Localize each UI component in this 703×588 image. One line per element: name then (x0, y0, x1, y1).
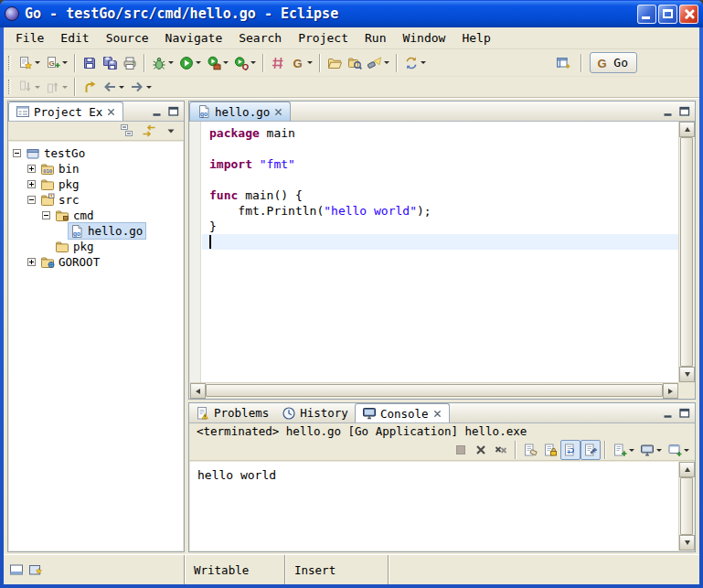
open-perspective-button[interactable] (553, 53, 573, 73)
tab-project-explorer[interactable]: Project Ex (8, 102, 123, 121)
dropdown-arrow-icon[interactable] (384, 61, 389, 64)
menu-window[interactable]: Window (394, 28, 453, 48)
back-button[interactable] (100, 77, 127, 97)
window-maximize-button[interactable] (658, 5, 677, 24)
dropdown-arrow-icon[interactable] (35, 61, 40, 64)
run-button[interactable] (176, 53, 204, 73)
debug-button[interactable] (149, 53, 176, 73)
scroll-left-button[interactable] (190, 383, 206, 399)
collapse-all-button[interactable] (117, 123, 137, 139)
menu-help[interactable]: Help (453, 28, 498, 48)
dropdown-arrow-icon[interactable] (656, 449, 662, 452)
tab-console[interactable]: Console (355, 403, 450, 422)
code-line[interactable]: func main() { (202, 187, 678, 203)
window-close-button[interactable] (679, 5, 698, 24)
code-line[interactable] (202, 172, 678, 187)
remove-all-launches-button[interactable] (491, 440, 511, 460)
save-button[interactable] (80, 53, 100, 73)
go-perspective-button[interactable]: G Go (590, 52, 637, 73)
open-resource-button[interactable] (345, 53, 365, 73)
run-external-button[interactable] (204, 53, 231, 73)
menu-project[interactable]: Project (290, 28, 357, 48)
new-go-element-button[interactable]: G (43, 53, 70, 73)
clear-console-button[interactable] (520, 440, 540, 460)
remove-launch-button[interactable] (471, 440, 491, 460)
menu-navigate[interactable]: Navigate (157, 28, 231, 48)
code-line[interactable]: package main (202, 125, 678, 141)
dropdown-arrow-icon[interactable] (168, 61, 174, 64)
minimize-view-icon[interactable] (661, 406, 676, 421)
view-menu-button[interactable] (161, 123, 181, 139)
tab-hello-go[interactable]: go hello.go (189, 102, 291, 121)
dropdown-arrow-icon[interactable] (119, 86, 124, 89)
menu-source[interactable]: Source (98, 28, 157, 48)
tree-expander-plus[interactable] (27, 180, 36, 188)
word-wrap-button[interactable] (560, 440, 581, 460)
scroll-down-button[interactable] (679, 367, 695, 382)
new-console-view-button[interactable] (665, 440, 692, 460)
tree-item-bin[interactable]: 010bin (9, 161, 183, 176)
menu-run[interactable]: Run (357, 28, 394, 48)
tab-problems[interactable]: Problems (189, 403, 275, 422)
code-line[interactable] (202, 234, 678, 250)
code-line[interactable]: } (202, 219, 678, 234)
scroll-down-button[interactable] (679, 535, 695, 551)
menu-search[interactable]: Search (230, 28, 290, 48)
code-line[interactable]: fmt.Println("hello world"); (202, 203, 678, 219)
minimize-view-icon[interactable] (661, 104, 676, 119)
dropdown-arrow-icon[interactable] (35, 86, 40, 89)
print-button[interactable] (120, 53, 140, 73)
maximize-view-icon[interactable] (166, 104, 181, 119)
close-view-icon[interactable] (106, 107, 116, 117)
team-sync-button[interactable] (401, 53, 429, 73)
console-output-area[interactable]: hello world (190, 462, 694, 551)
dropdown-arrow-icon[interactable] (62, 86, 68, 89)
maximize-view-icon[interactable] (677, 406, 692, 421)
editor-horizontal-scrollbar[interactable] (190, 382, 678, 398)
dropdown-arrow-icon[interactable] (250, 61, 256, 64)
code-line[interactable] (202, 141, 678, 156)
toolbar-drag-handle[interactable] (8, 56, 11, 70)
minimize-view-icon[interactable] (150, 104, 165, 119)
scrollbar-thumb[interactable] (680, 137, 693, 367)
scroll-up-button[interactable] (679, 122, 695, 137)
titlebar[interactable]: Go - testGo/src/cmd/hello.go - Eclipse (0, 0, 703, 27)
code-line[interactable]: import "fmt" (202, 156, 678, 172)
last-edit-location-button[interactable] (80, 77, 100, 97)
tree-item-pkg[interactable]: pkg (9, 239, 183, 254)
tree-item-pkg[interactable]: pkg (9, 176, 183, 192)
tree-item-testgo[interactable]: testGo (9, 145, 183, 161)
prev-annotation-button[interactable] (43, 77, 70, 97)
open-folder-button[interactable] (325, 53, 345, 73)
forward-button[interactable] (127, 77, 154, 97)
dropdown-arrow-icon[interactable] (196, 61, 201, 64)
code-editor[interactable]: package mainimport "fmt"func main() { fm… (202, 122, 678, 382)
window-minimize-button[interactable] (637, 5, 656, 24)
menu-file[interactable]: File (7, 28, 52, 48)
scroll-up-button[interactable] (679, 462, 695, 477)
tree-expander-plus[interactable] (27, 165, 36, 173)
search-button[interactable] (365, 53, 392, 73)
dropdown-arrow-icon[interactable] (684, 449, 689, 452)
tree-item-goroot[interactable]: GOROOT (9, 254, 183, 270)
run-q-button[interactable]: Q (231, 53, 259, 73)
scrollbar-thumb[interactable] (206, 384, 663, 397)
tree-expander-minus[interactable] (42, 211, 50, 219)
toolbar-drag-handle[interactable] (8, 80, 11, 94)
tree-item-hello.go[interactable]: gohello.go (9, 223, 183, 239)
new-wizard-button[interactable] (16, 53, 43, 73)
link-with-editor-button[interactable] (139, 123, 159, 139)
tree-expander-minus[interactable] (27, 196, 36, 204)
tree-expander-plus[interactable] (27, 258, 36, 266)
dropdown-arrow-icon[interactable] (62, 61, 68, 64)
close-view-icon[interactable] (432, 409, 442, 419)
terminate-button[interactable] (451, 440, 471, 460)
open-console-button[interactable] (610, 440, 637, 460)
console-vertical-scrollbar[interactable] (678, 462, 694, 551)
whats-new-icon[interactable] (28, 562, 43, 577)
dropdown-arrow-icon[interactable] (421, 61, 426, 64)
goclipse-g-button[interactable]: G (288, 53, 315, 73)
tree-item-src[interactable]: src (9, 192, 183, 208)
menu-edit[interactable]: Edit (52, 28, 97, 48)
scroll-right-button[interactable] (663, 383, 678, 399)
